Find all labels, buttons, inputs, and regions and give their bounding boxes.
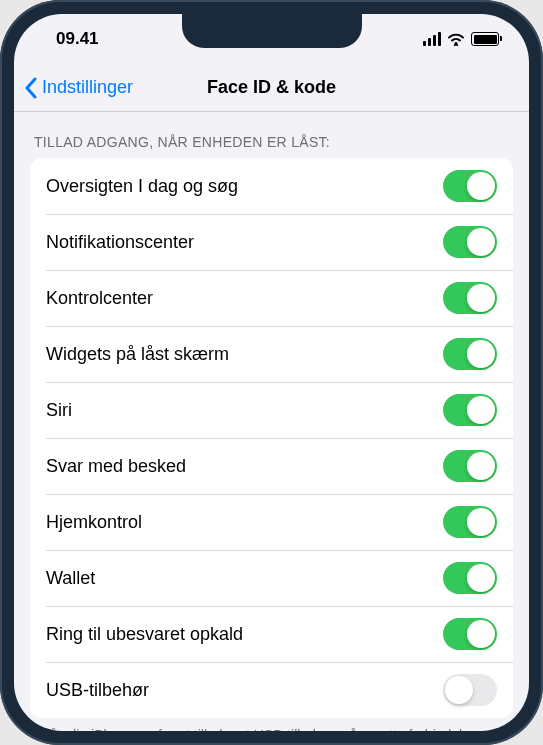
row-label: USB-tilbehør: [46, 680, 149, 701]
toggle-switch[interactable]: [443, 170, 497, 202]
list-row: Hjemkontrol: [30, 494, 513, 550]
row-label: Ring til ubesvaret opkald: [46, 624, 243, 645]
toggle-switch[interactable]: [443, 338, 497, 370]
toggle-switch[interactable]: [443, 506, 497, 538]
nav-bar: Indstillinger Face ID & kode: [14, 64, 529, 112]
toggle-knob: [467, 284, 495, 312]
list-row: Kontrolcenter: [30, 270, 513, 326]
row-label: Hjemkontrol: [46, 512, 142, 533]
toggle-knob: [467, 620, 495, 648]
phone-frame: 09.41: [0, 0, 543, 745]
page-title: Face ID & kode: [207, 77, 336, 98]
wifi-icon: [447, 32, 465, 46]
toggle-switch[interactable]: [443, 562, 497, 594]
row-label: Kontrolcenter: [46, 288, 153, 309]
list-row: Widgets på låst skærm: [30, 326, 513, 382]
section-header: TILLAD ADGANG, NÅR ENHEDEN ER LÅST:: [14, 112, 529, 158]
status-time: 09.41: [56, 29, 99, 49]
toggle-knob: [467, 228, 495, 256]
chevron-left-icon: [24, 77, 38, 99]
row-label: Siri: [46, 400, 72, 421]
toggle-knob: [445, 676, 473, 704]
toggle-knob: [467, 172, 495, 200]
content-scroll[interactable]: TILLAD ADGANG, NÅR ENHEDEN ER LÅST: Over…: [14, 112, 529, 731]
screen: 09.41: [14, 14, 529, 731]
row-label: Widgets på låst skærm: [46, 344, 229, 365]
toggle-switch[interactable]: [443, 226, 497, 258]
list-row: Notifikationscenter: [30, 214, 513, 270]
toggle-knob: [467, 508, 495, 536]
toggle-knob: [467, 396, 495, 424]
list-row: Wallet: [30, 550, 513, 606]
list-row: Ring til ubesvaret opkald: [30, 606, 513, 662]
list-row: Siri: [30, 382, 513, 438]
svg-point-0: [455, 42, 458, 45]
row-label: Notifikationscenter: [46, 232, 194, 253]
toggle-switch[interactable]: [443, 618, 497, 650]
list-row: Svar med besked: [30, 438, 513, 494]
section-footer: Lås din iPhone op for at tillade, at USB…: [14, 718, 529, 731]
toggle-knob: [467, 564, 495, 592]
toggle-switch[interactable]: [443, 674, 497, 706]
back-button[interactable]: Indstillinger: [24, 77, 133, 99]
cellular-signal-icon: [423, 32, 441, 46]
toggle-knob: [467, 340, 495, 368]
toggle-knob: [467, 452, 495, 480]
row-label: Svar med besked: [46, 456, 186, 477]
row-label: Oversigten I dag og søg: [46, 176, 238, 197]
list-row: Oversigten I dag og søg: [30, 158, 513, 214]
settings-list: Oversigten I dag og søgNotifikationscent…: [30, 158, 513, 718]
battery-icon: [471, 32, 499, 46]
notch: [182, 14, 362, 48]
toggle-switch[interactable]: [443, 282, 497, 314]
back-label: Indstillinger: [42, 77, 133, 98]
row-label: Wallet: [46, 568, 95, 589]
list-row: USB-tilbehør: [30, 662, 513, 718]
toggle-switch[interactable]: [443, 450, 497, 482]
toggle-switch[interactable]: [443, 394, 497, 426]
